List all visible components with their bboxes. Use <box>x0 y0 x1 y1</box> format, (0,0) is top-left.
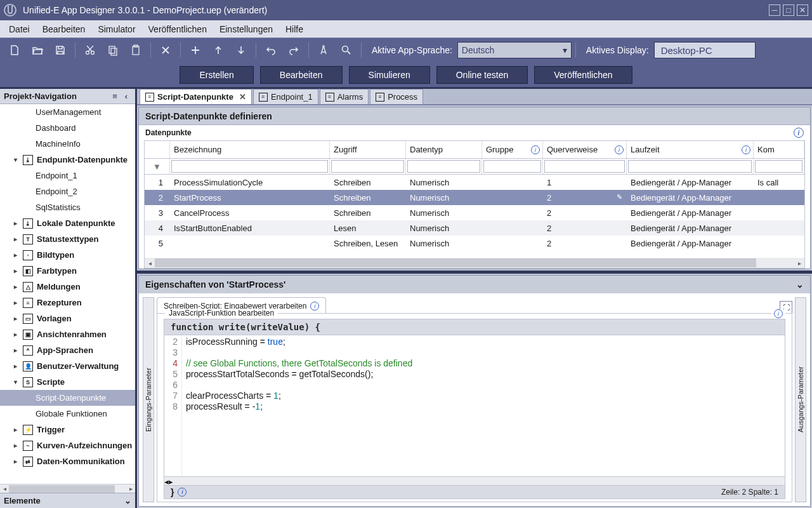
info-icon[interactable]: i <box>178 488 187 497</box>
editor-title: Script-Datenpunkte definieren <box>139 107 810 125</box>
tree-item[interactable]: ▾⤓Endpunkt-Datenpunkte <box>0 152 135 168</box>
properties-collapse-icon[interactable]: ⌄ <box>796 279 804 290</box>
action-bearbeiten[interactable]: Bearbeiten <box>260 66 343 84</box>
tree-item[interactable]: ▾SScripte <box>0 374 135 390</box>
filter-xref[interactable] <box>544 160 625 173</box>
minimize-button[interactable]: ─ <box>769 4 780 16</box>
language-select[interactable]: Deutsch <box>457 42 572 58</box>
cursor-status: Zeile: 2 Spalte: 1 <box>721 488 778 497</box>
copy-icon[interactable] <box>102 41 124 59</box>
tree-item[interactable]: Dashboard <box>0 120 135 136</box>
redo-icon[interactable] <box>283 41 304 59</box>
open-folder-icon[interactable] <box>27 41 48 59</box>
filter-name[interactable] <box>171 160 328 173</box>
table-row[interactable]: 4IsStartButtonEnabledLesenNumerisch2Bedi… <box>145 220 804 236</box>
editor-subtitle: Datenpunkte i <box>139 125 810 140</box>
editor-tab[interactable]: ≡Alarms <box>320 89 369 104</box>
tree-item[interactable]: ▸~Kurven-Aufzeichnungen <box>0 438 135 453</box>
action-simulieren[interactable]: Simulieren <box>349 66 430 84</box>
save-icon[interactable] <box>49 41 71 59</box>
horizontal-splitter[interactable] <box>137 271 812 274</box>
menu-simulator[interactable]: Simulator <box>91 22 141 37</box>
new-file-icon[interactable] <box>4 41 25 59</box>
filter-icon[interactable]: ▼ <box>145 159 170 174</box>
tree-item[interactable]: ▸▫Bildtypen <box>0 247 135 263</box>
tree-item[interactable]: MachineInfo <box>0 136 135 152</box>
tree-item[interactable]: ▸▣Ansichtenrahmen <box>0 326 135 342</box>
editor-tab[interactable]: ≡Process <box>370 89 423 104</box>
filter-access[interactable] <box>331 160 404 173</box>
filter-type[interactable] <box>407 160 480 173</box>
arrow-up-icon[interactable] <box>207 41 229 59</box>
tree-item[interactable]: ▸⚡Trigger <box>0 422 135 438</box>
input-params-tab[interactable]: Eingangs-Parameter <box>143 297 154 502</box>
info-icon[interactable]: i <box>774 309 783 318</box>
table-row[interactable]: 1ProcessSimulationCycleSchreibenNumerisc… <box>145 175 804 190</box>
menu-veroeffentlichen[interactable]: Veröffentlichen <box>142 22 213 37</box>
col-bezeichnung[interactable]: Bezeichnung <box>170 141 330 158</box>
arrow-down-icon[interactable] <box>230 41 252 59</box>
add-icon[interactable] <box>185 41 206 59</box>
search-icon[interactable] <box>336 41 357 59</box>
cut-icon[interactable] <box>79 41 101 59</box>
filter-comment[interactable] <box>755 160 802 173</box>
tree-item[interactable]: SqlStatistics <box>0 199 135 215</box>
tree-item[interactable]: Script-Datenpunkte <box>0 390 135 406</box>
window-title: Unified-E App Designer 3.0.0.1 - DemoPro… <box>23 5 766 15</box>
code-hscroll[interactable]: ◂▸ <box>164 477 785 486</box>
close-button[interactable]: ✕ <box>797 4 808 16</box>
action-veroeffentlichen[interactable]: Veröffentlichen <box>534 66 632 84</box>
project-tree[interactable]: UserManagementDashboardMachineInfo▾⤓Endp… <box>0 104 135 484</box>
filter-group[interactable] <box>483 160 541 173</box>
tree-item[interactable]: ▸👤Benutzer-Verwaltung <box>0 358 135 374</box>
tree-item[interactable]: ▸⇄Daten-Kommunikation <box>0 453 135 469</box>
tree-item[interactable]: ▸≡Rezepturen <box>0 295 135 311</box>
compass-icon[interactable] <box>313 41 334 59</box>
col-laufzeit[interactable]: Laufzeiti <box>627 141 754 158</box>
grid-hscroll[interactable]: ◂▸ <box>145 258 804 268</box>
col-kommentar[interactable]: Kom <box>754 141 804 158</box>
menu-hilfe[interactable]: Hilfe <box>279 22 310 37</box>
elements-expand-icon[interactable]: ⌄ <box>124 496 131 505</box>
tree-item[interactable]: ▸▭Vorlagen <box>0 311 135 326</box>
tree-item[interactable]: ▸△Meldungen <box>0 279 135 295</box>
col-gruppe[interactable]: Gruppei <box>482 141 543 158</box>
undo-icon[interactable] <box>260 41 282 59</box>
menu-datei[interactable]: Datei <box>3 22 36 37</box>
nav-menu-icon[interactable]: ≡ <box>110 91 120 102</box>
code-editor[interactable]: 2345678 isProcessRunning = true; // see … <box>164 335 785 477</box>
table-row[interactable]: 3CancelProcessSchreibenNumerisch2Bedieng… <box>145 205 804 220</box>
paste-icon[interactable] <box>125 41 147 59</box>
tree-item[interactable]: ▸◧Farbtypen <box>0 263 135 279</box>
col-zugriff[interactable]: Zugriff <box>330 141 406 158</box>
menu-einstellungen[interactable]: Einstellungen <box>213 22 279 37</box>
function-close: } i Zeile: 2 Spalte: 1 <box>164 486 785 499</box>
svg-point-0 <box>86 51 89 55</box>
delete-icon[interactable] <box>155 41 176 59</box>
tree-item[interactable]: UserManagement <box>0 104 135 120</box>
editor-tab[interactable]: ≡Endpoint_1 <box>253 89 318 104</box>
output-params-tab[interactable]: Ausgangs-Parameter <box>795 297 806 502</box>
editor-tab[interactable]: ≡Script-Datenpunkte✕ <box>140 89 252 104</box>
info-icon[interactable]: i <box>794 128 804 138</box>
action-bar: Erstellen Bearbeiten Simulieren Online t… <box>0 62 812 89</box>
action-online-testen[interactable]: Online testen <box>436 66 528 84</box>
table-row[interactable]: 2StartProcessSchreibenNumerisch2✎Bedieng… <box>145 190 804 205</box>
tree-item[interactable]: Globale Funktionen <box>0 406 135 422</box>
tree-item[interactable]: ▸ᴬApp-Sprachen <box>0 342 135 358</box>
menu-bearbeiten[interactable]: Bearbeiten <box>36 22 92 37</box>
action-erstellen[interactable]: Erstellen <box>180 66 253 84</box>
nav-collapse-icon[interactable]: ‹ <box>121 91 131 102</box>
tree-item[interactable]: ▸TStatustexttypen <box>0 231 135 247</box>
tab-close-icon[interactable]: ✕ <box>239 92 246 102</box>
maximize-button[interactable]: □ <box>783 4 794 16</box>
filter-runtime[interactable] <box>628 160 752 173</box>
tree-item[interactable]: Endpoint_1 <box>0 168 135 184</box>
col-querverweise[interactable]: Querverweisei <box>543 141 627 158</box>
tree-hscroll[interactable]: ◂▸ <box>0 484 135 493</box>
tree-item[interactable]: Endpoint_2 <box>0 184 135 199</box>
table-row[interactable]: 5Schreiben, LesenNumerisch2Bediengerät /… <box>145 236 804 251</box>
col-datentyp[interactable]: Datentyp <box>406 141 482 158</box>
display-value: Desktop-PC <box>654 42 756 58</box>
tree-item[interactable]: ▸⤓Lokale Datenpunkte <box>0 215 135 231</box>
